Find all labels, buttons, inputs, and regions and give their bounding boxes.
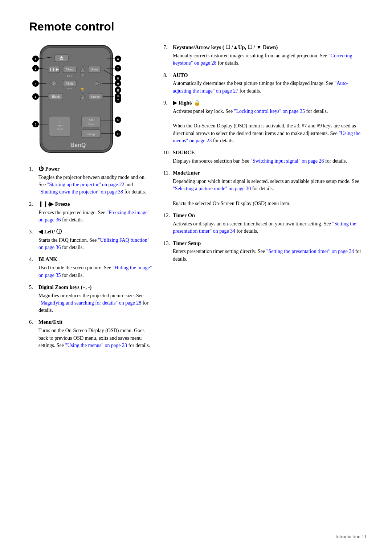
list-item: 13. Timer Setup Enters presentation time… [163, 240, 367, 263]
svg-text:7: 7 [117, 98, 119, 102]
list-item: 6. Menu/Exit Turns on the On-Screen Disp… [29, 318, 152, 349]
item-title: ◀ Left/ ⓘ [38, 229, 62, 234]
link[interactable]: "Setting the presentation timer" on page… [173, 221, 356, 234]
link[interactable]: "Switching input signal" on page 26 [250, 158, 324, 164]
item-title: Mode/Enter [173, 170, 200, 176]
svg-text:Exit: Exit [67, 74, 73, 78]
item-body: Automatically determines the best pictur… [173, 80, 367, 95]
list-item: 3. ◀ Left/ ⓘ Starts the FAQ function. Se… [29, 228, 152, 251]
items-left-list: 1. ⏻ Power Toggles the projector between… [29, 165, 152, 349]
svg-text:Auto: Auto [91, 68, 98, 71]
svg-text:+: + [59, 120, 61, 123]
svg-text:🔒: 🔒 [81, 86, 84, 90]
item-title: Timer Setup [173, 240, 201, 246]
svg-text:6: 6 [117, 57, 119, 61]
list-item: 1. ⏻ Power Toggles the projector between… [29, 165, 152, 196]
link[interactable]: "Setting the presentation timer" on page… [266, 249, 354, 254]
item-number: 9. [163, 99, 173, 107]
item-number: 13. [163, 240, 173, 247]
svg-text:13: 13 [117, 132, 119, 136]
remote-control-image: ⏻ ❙❙/▶ Menu Auto Exit [29, 44, 152, 159]
svg-text:Digital: Digital [56, 124, 63, 127]
item-title: ▶ Right/ 🔒 [173, 100, 200, 106]
svg-text:-: - [60, 131, 61, 134]
item-number: 2. [29, 200, 38, 208]
item-title: Keystone/Arrow keys ( ☐ /▲Up, ☐ / ▼ Down… [173, 44, 278, 50]
link[interactable]: "Using the menus" on page 23 [173, 131, 360, 143]
item-number: 7. [163, 44, 173, 51]
page-title: Remote control [29, 18, 367, 35]
svg-text:1: 1 [35, 57, 37, 61]
item-body: Toggles the projector between standby mo… [38, 174, 152, 196]
svg-text:8: 8 [117, 77, 119, 80]
list-item: 9. ▶ Right/ 🔒 Activates panel key lock. … [163, 99, 367, 144]
svg-text:enter: enter [67, 87, 73, 90]
item-number: 5. [29, 283, 38, 291]
item-title: BLANK [38, 256, 57, 262]
item-number: 1. [29, 165, 38, 173]
list-item: 7. Keystone/Arrow keys ( ☐ /▲Up, ☐ / ▼ D… [163, 44, 367, 67]
item-body: Displays the source selection bar. See "… [173, 158, 367, 165]
list-item: 2. ❙❙/▶ Freeze Freezes the projected ima… [29, 200, 152, 224]
page-footer: Introduction 11 [335, 533, 367, 540]
item-body: Turns on the On-Screen Display (OSD) men… [38, 327, 152, 349]
link[interactable]: "Correcting keystone" on page 28 [173, 53, 352, 66]
svg-text:BenQ: BenQ [70, 142, 86, 148]
svg-text:12: 12 [117, 119, 119, 122]
list-item: 11. Mode/Enter Depending upon which inpu… [163, 169, 367, 207]
link[interactable]: "Freezing the image" on page 36 [38, 210, 150, 223]
svg-text:Blank: Blank [52, 95, 60, 98]
item-number: 10. [163, 149, 173, 156]
list-item: 12. Timer On Activates or displays an on… [163, 212, 367, 235]
list-item: 8. AUTO Automatically determines the bes… [163, 72, 367, 95]
item-title: AUTO [173, 72, 188, 78]
svg-text:On: On [89, 118, 93, 122]
list-item: 10. SOURCE Displays the source selection… [163, 149, 367, 165]
item-number: 11. [163, 169, 173, 177]
link[interactable]: "Shutting down the projector" on page 38 [38, 189, 123, 195]
item-body: Activates panel key lock. See "Locking c… [173, 108, 367, 144]
link[interactable]: "Utilizing FAQ function" on page 36 [38, 237, 150, 250]
item-title: Digital Zoom keys (+, -) [38, 284, 91, 290]
link[interactable]: "Auto-adjusting the image" on page 27 [173, 81, 348, 93]
items-right-list: 7. Keystone/Arrow keys ( ☐ /▲Up, ☐ / ▼ D… [163, 44, 367, 354]
link[interactable]: "Selecting a picture mode" on page 30 [173, 186, 251, 191]
list-item: 4. BLANK Used to hide the screen picture… [29, 256, 152, 279]
svg-text:⏻: ⏻ [60, 56, 64, 60]
link[interactable]: "Hiding the image" on page 35 [38, 265, 152, 278]
link[interactable]: "Starting up the projector" on page 22 [47, 182, 124, 187]
svg-text:Zoom: Zoom [57, 127, 63, 130]
link[interactable]: "Magnifying and searching for details" o… [38, 300, 141, 306]
item-title: ⏻ Power [38, 166, 60, 172]
item-title: Menu/Exit [38, 319, 62, 325]
item-title: SOURCE [173, 150, 195, 155]
item-body: Magnifies or reduces the projected pictu… [38, 292, 152, 314]
svg-text:4: 4 [35, 95, 37, 99]
list-item: 5. Digital Zoom keys (+, -) Magnifies or… [29, 283, 152, 314]
svg-text:7: 7 [117, 67, 119, 70]
link[interactable]: "Locking control keys" on page 35 [234, 109, 305, 114]
svg-text:9: 9 [117, 82, 119, 86]
svg-text:3: 3 [35, 82, 37, 86]
svg-text:5: 5 [35, 123, 37, 126]
item-number: 12. [163, 212, 173, 219]
svg-text:Source: Source [91, 95, 100, 98]
svg-text:❙❙/▶: ❙❙/▶ [49, 68, 59, 72]
item-body: Enters presentation timer setting direct… [173, 248, 367, 263]
item-body: Depending upon which input signal is sel… [173, 178, 367, 207]
item-body: Starts the FAQ function. See "Utilizing … [38, 237, 152, 252]
svg-text:Mode: Mode [66, 82, 74, 85]
svg-text:Timer: Timer [88, 123, 95, 126]
svg-text:2: 2 [35, 67, 37, 70]
svg-text:Menu: Menu [66, 68, 74, 71]
item-number: 8. [163, 72, 173, 79]
item-body: Activates or displays an on-screen timer… [173, 220, 367, 235]
item-body: Freezes the projected image. See "Freezi… [38, 209, 152, 224]
item-number: 6. [29, 318, 38, 326]
item-body: Used to hide the screen picture. See "Hi… [38, 264, 152, 279]
svg-text:Set up: Set up [87, 132, 95, 136]
link[interactable]: "Using the menus" on page 23 [65, 343, 127, 348]
item-number: 3. [29, 228, 38, 236]
item-number: 4. [29, 256, 38, 263]
item-title: ❙❙/▶ Freeze [38, 201, 70, 207]
